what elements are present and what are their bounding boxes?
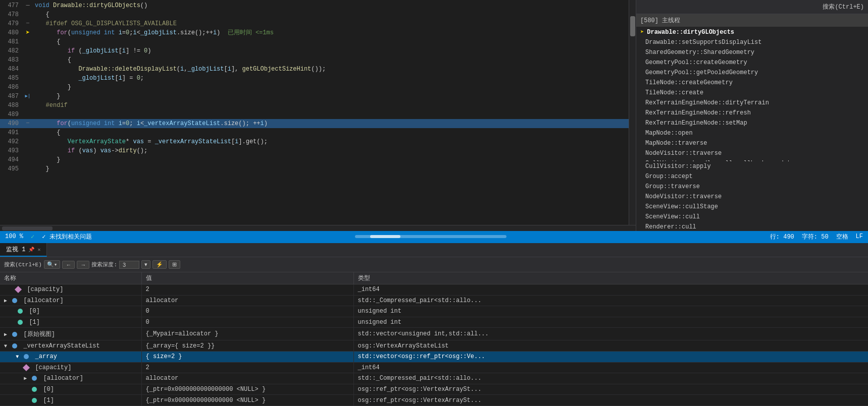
row-value: 2 bbox=[141, 284, 353, 296]
row-value: 0 bbox=[141, 306, 353, 317]
call-stack-list[interactable]: ➤ Drawable::dirtyGLObjects Drawable::set… bbox=[636, 27, 868, 231]
call-stack-item-group-traverse[interactable]: Group::traverse bbox=[636, 182, 868, 192]
code-line: 478 { bbox=[0, 10, 629, 19]
code-line: 488 #endif bbox=[0, 101, 629, 110]
row-type: std::_Compressed_pair<std::allo... bbox=[353, 295, 868, 306]
call-stack-item[interactable]: SceneView::cullStage bbox=[636, 202, 868, 212]
call-stack-item[interactable]: Drawable::setSupportsDisplayList bbox=[636, 37, 868, 47]
app-container: 477 ─ void Drawable::dirtyGLObjects() 47… bbox=[0, 0, 868, 406]
depth-dropdown-button[interactable]: ▾ bbox=[141, 260, 150, 269]
table-row-selected[interactable]: ▼ _array { size=2 } std::vector<osg::ref… bbox=[0, 351, 868, 362]
call-stack-item[interactable]: GeometryPool::getPooledGeometry bbox=[636, 68, 868, 78]
row-name: ▼ _vertexArrayStateList bbox=[0, 340, 141, 352]
line-number: 491 bbox=[0, 128, 23, 137]
space-indicator: 空格 bbox=[836, 233, 848, 241]
watch-table[interactable]: 名称 值 类型 [capacity] 2 _int64 bbox=[0, 272, 868, 406]
table-row[interactable]: ▼ _vertexArrayStateList {_array={ size=2… bbox=[0, 340, 868, 352]
line-content: { bbox=[33, 10, 629, 19]
call-stack-item[interactable]: NodeVisitor::traverse bbox=[636, 192, 868, 202]
line-gutter bbox=[23, 74, 33, 83]
call-stack-thread: [580] 主线程 bbox=[636, 14, 868, 27]
call-stack-item-group-accept[interactable]: Group::accept bbox=[636, 171, 868, 182]
line-gutter bbox=[23, 65, 33, 74]
char-indicator: 字符: 50 bbox=[802, 233, 829, 241]
call-stack-item[interactable]: SceneView::cull bbox=[636, 212, 868, 222]
line-content: for(unsigned int i=0;i<_globjList.size()… bbox=[33, 28, 629, 37]
row-name: ▶ [allocator] bbox=[0, 295, 141, 306]
row-type: osg::VertexArrayStateList bbox=[353, 340, 868, 352]
columns-button[interactable]: ⊞ bbox=[169, 260, 180, 269]
code-line: 482 if (_globjList[i] != 0) bbox=[0, 46, 629, 55]
tab-watch1[interactable]: 监视 1 📌 ✕ bbox=[0, 243, 47, 257]
line-number: 489 bbox=[0, 110, 23, 119]
code-line: 493 if (vas) vas->dirty(); bbox=[0, 146, 629, 155]
line-gutter bbox=[23, 55, 33, 65]
line-number: 487 bbox=[0, 92, 23, 101]
row-value: { size=2 } bbox=[141, 351, 353, 362]
table-row[interactable]: [capacity] 2 _int64 bbox=[0, 362, 868, 373]
line-number: 483 bbox=[0, 55, 23, 65]
line-content: void Drawable::dirtyGLObjects() bbox=[33, 1, 629, 10]
code-hscrollbar[interactable] bbox=[0, 225, 636, 231]
call-stack-item[interactable]: GeometryPool::createGeometry bbox=[636, 57, 868, 68]
table-row[interactable]: [0] 0 unsigned int bbox=[0, 306, 868, 317]
call-stack-item[interactable]: NodeVisitor::traverse bbox=[636, 148, 868, 158]
hscroll-indicator[interactable] bbox=[355, 235, 506, 238]
code-content[interactable]: 477 ─ void Drawable::dirtyGLObjects() 47… bbox=[0, 0, 636, 225]
bottom-toolbar: 搜索(Ctrl+E) 🔍▾ ← → 搜索深度: ▾ ⚡ ⊞ bbox=[0, 257, 868, 272]
line-content: #ifdef OSG_GL_DISPLAYLISTS_AVAILABLE bbox=[33, 19, 629, 28]
encoding-indicator: LF bbox=[856, 233, 863, 240]
code-line: 480 ➤ for(unsigned int i=0;i<_globjList.… bbox=[0, 28, 629, 37]
bottom-tabs: 监视 1 📌 ✕ bbox=[0, 243, 868, 257]
call-stack-item[interactable]: RexTerrainEngineNode::setMap bbox=[636, 118, 868, 128]
code-line-highlighted: 490 ─ for(unsigned int i=0; i<_vertexArr… bbox=[0, 119, 629, 128]
line-number: 478 bbox=[0, 10, 23, 19]
call-stack-item[interactable]: SharedGeometry::SharedGeometry bbox=[636, 47, 868, 57]
code-line: 486 } bbox=[0, 83, 629, 92]
table-row[interactable]: ▶ [allocator] allocator std::_Compressed… bbox=[0, 373, 868, 384]
line-content bbox=[33, 110, 629, 119]
table-row[interactable]: [1] {_ptr=0x0000000000000000 <NULL> } os… bbox=[0, 395, 868, 406]
code-line: 483 { bbox=[0, 55, 629, 65]
tab-pin-icon[interactable]: 📌 bbox=[28, 247, 34, 253]
line-gutter: ─ bbox=[23, 119, 33, 128]
code-line: 479 ─ #ifdef OSG_GL_DISPLAYLISTS_AVAILAB… bbox=[0, 19, 629, 28]
call-stack-item[interactable]: Renderer::cull bbox=[636, 222, 868, 231]
col-value-header: 值 bbox=[141, 272, 353, 284]
call-stack-item-active[interactable]: ➤ Drawable::dirtyGLObjects bbox=[636, 27, 868, 37]
call-stack-item[interactable]: TileNode::createGeometry bbox=[636, 78, 868, 88]
table-row[interactable]: ▶ [allocator] allocator std::_Compressed… bbox=[0, 295, 868, 306]
line-content: VertexArrayState* vas = _vertexArrayStat… bbox=[33, 137, 629, 146]
table-row[interactable]: [capacity] 2 _int64 bbox=[0, 284, 868, 296]
call-stack-item[interactable]: CullVisitor::apply bbox=[636, 161, 868, 171]
search-icon[interactable]: 🔍▾ bbox=[44, 260, 61, 269]
call-stack-item[interactable]: TileNode::create bbox=[636, 88, 868, 98]
call-stack-item[interactable]: RexTerrainEngineNode::dirtyTerrain bbox=[636, 98, 868, 108]
call-stack-item[interactable]: MapNode::open bbox=[636, 128, 868, 138]
row-type: unsigned int bbox=[353, 306, 868, 317]
line-number: 485 bbox=[0, 74, 23, 83]
line-indicator: 行: 490 bbox=[770, 233, 794, 241]
search-next-button[interactable]: → bbox=[77, 261, 89, 269]
table-row[interactable]: [0] {_ptr=0x0000000000000000 <NULL> } os… bbox=[0, 384, 868, 395]
table-row[interactable]: [1] 0 unsigned int bbox=[0, 317, 868, 328]
call-stack-item[interactable]: RexTerrainEngineNode::refresh bbox=[636, 108, 868, 118]
tab-close-icon[interactable]: ✕ bbox=[37, 247, 40, 253]
table-row[interactable]: ▶ [原始视图] {_Mypair=allocator } std::vecto… bbox=[0, 328, 868, 340]
search-depth-input[interactable] bbox=[119, 261, 139, 269]
code-scrollbar[interactable] bbox=[629, 0, 636, 225]
line-content: } bbox=[33, 164, 629, 173]
search-label: 搜索(Ctrl+E) bbox=[823, 3, 864, 11]
line-content: #endif bbox=[33, 101, 629, 110]
row-value: {_array={ size=2 }} bbox=[141, 340, 353, 352]
search-prev-button[interactable]: ← bbox=[62, 261, 75, 269]
filter-button[interactable]: ⚡ bbox=[152, 260, 167, 269]
line-gutter bbox=[23, 83, 33, 92]
bottom-panel: 监视 1 📌 ✕ 搜索(Ctrl+E) 🔍▾ ← → 搜索深度: ▾ ⚡ ⊞ bbox=[0, 242, 868, 406]
row-value: allocator bbox=[141, 373, 353, 384]
line-number: 493 bbox=[0, 146, 23, 155]
line-number: 488 bbox=[0, 101, 23, 110]
call-stack-panel: 搜索(Ctrl+E) [580] 主线程 ➤ Drawable::dirtyGL… bbox=[636, 0, 868, 231]
call-stack-item[interactable]: MapNode::traverse bbox=[636, 138, 868, 148]
line-content: } bbox=[33, 83, 629, 92]
